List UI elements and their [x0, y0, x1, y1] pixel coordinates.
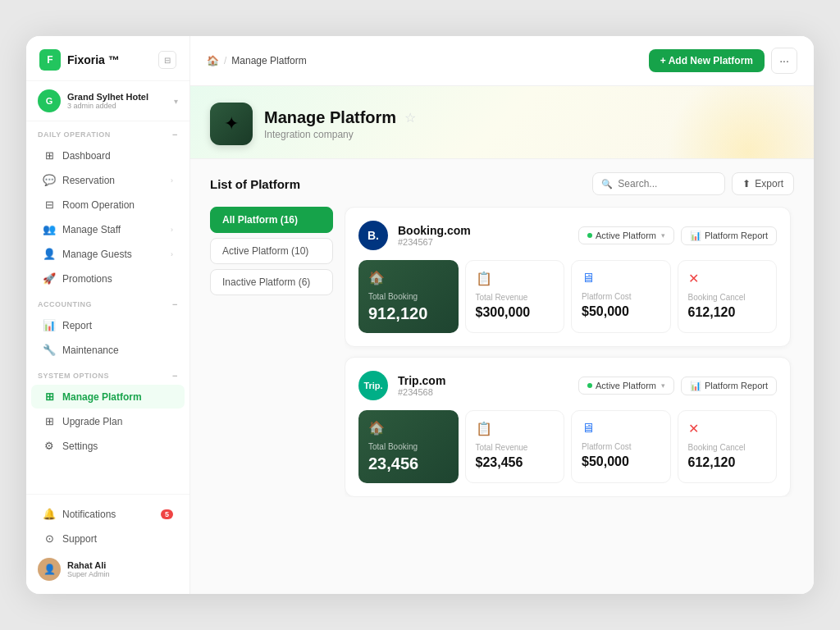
stats-grid: 🏠 Total Booking 23,456 📋 Total Revenue $… [358, 410, 777, 483]
notification-count: 5 [161, 509, 173, 519]
export-label: Export [755, 178, 783, 189]
sidebar-item-manage-guests[interactable]: 👤 Manage Guests › [31, 242, 185, 266]
stat-booking-cancel: ✕ Booking Cancel 612,120 [678, 260, 778, 333]
stat-total-booking-primary: 🏠 Total Booking 23,456 [358, 410, 459, 483]
sidebar-item-reservation[interactable]: 💬 Reservation › [31, 168, 185, 192]
report-label: Platform Report [705, 231, 768, 240]
stat-value: 912,120 [368, 304, 449, 323]
card-info: Booking.com #234567 [398, 224, 471, 247]
avatar: 👤 [38, 558, 61, 581]
platform-name: Booking.com [398, 224, 471, 237]
logo-icon: F [39, 49, 61, 71]
hotel-name: Grand Sylhet Hotel [67, 92, 167, 102]
chevron-right-icon: › [171, 250, 173, 258]
sidebar-bottom: 🔔 Notifications 5 ⊙ Support 👤 Rahat Ali … [26, 494, 189, 594]
platform-name: Trip.com [398, 374, 445, 387]
sidebar-item-manage-platform[interactable]: ⊞ Manage Platform [31, 385, 185, 409]
promotions-label: Promotions [62, 273, 173, 285]
search-input[interactable] [618, 178, 716, 189]
room-operation-label: Room Operation [62, 199, 173, 211]
card-header: B. Booking.com #234567 Active Platform ▾… [358, 221, 777, 250]
status-badge[interactable]: Active Platform ▾ [578, 377, 674, 395]
report-label: Platform Report [705, 381, 768, 390]
user-name: Rahat Ali [67, 560, 110, 570]
dashboard-icon: ⊞ [43, 149, 56, 162]
list-title: List of Platform [210, 177, 300, 191]
chevron-down-icon: ▾ [661, 231, 665, 240]
report-button[interactable]: 📊 Platform Report [681, 226, 777, 245]
add-platform-button[interactable]: + Add New Platform [649, 49, 765, 72]
maintenance-icon: 🔧 [43, 344, 56, 356]
stat-total-revenue: 📋 Total Revenue $300,000 [465, 260, 565, 333]
user-profile[interactable]: 👤 Rahat Ali Super Admin [26, 551, 189, 587]
trip-logo: Trip. [358, 371, 388, 400]
report-button[interactable]: 📊 Platform Report [681, 377, 777, 395]
sidebar-section-accounting: ACCOUNTING− [26, 291, 189, 313]
platform-star-icon[interactable]: ☆ [404, 110, 416, 126]
breadcrumb: 🏠 / Manage Platform [207, 55, 307, 66]
sidebar-item-settings[interactable]: ⚙ Settings [31, 434, 185, 458]
manage-guests-label: Manage Guests [62, 249, 164, 260]
support-label: Support [62, 533, 173, 545]
manage-staff-icon: 👥 [43, 223, 56, 235]
sidebar-item-report[interactable]: 📊 Report [31, 313, 185, 337]
report-icon: 📊 [43, 319, 56, 331]
sidebar-item-notifications[interactable]: 🔔 Notifications 5 [31, 502, 185, 526]
platform-subtitle: Integration company [264, 129, 416, 140]
maintenance-label: Maintenance [62, 345, 173, 356]
sidebar-item-dashboard[interactable]: ⊞ Dashboard [31, 144, 185, 167]
card-header: Trip. Trip.com #234568 Active Platform ▾… [358, 371, 777, 400]
stat-total-revenue: 📋 Total Revenue $23,456 [465, 410, 565, 483]
hotel-info: Grand Sylhet Hotel 3 admin added [67, 92, 167, 110]
support-icon: ⊙ [43, 532, 56, 545]
promotions-icon: 🚀 [43, 272, 56, 285]
stat-value: $300,000 [476, 305, 555, 320]
sidebar-item-maintenance[interactable]: 🔧 Maintenance [31, 338, 185, 362]
sidebar-item-room-operation[interactable]: ⊟ Room Operation [31, 193, 185, 217]
total-revenue-icon: 📋 [476, 271, 555, 286]
chart-icon: 📊 [690, 231, 701, 241]
sidebar-item-upgrade-plan[interactable]: ⊞ Upgrade Plan [31, 409, 185, 433]
sidebar-collapse-button[interactable]: ⊟ [158, 51, 176, 69]
user-role: Super Admin [67, 570, 110, 578]
reservation-label: Reservation [62, 175, 164, 186]
user-info: Rahat Ali Super Admin [67, 560, 110, 578]
home-icon[interactable]: 🏠 [207, 55, 219, 66]
manage-platform-icon: ⊞ [43, 390, 56, 403]
sidebar-nav: DAILY OPERATION− ⊞ Dashboard 💬 Reservati… [26, 121, 189, 459]
chevron-down-icon: ▾ [661, 381, 665, 390]
content-area: All Platform (16)Active Platform (10)Ina… [210, 207, 794, 497]
stat-label: Total Revenue [476, 443, 555, 452]
app-container: F Fixoria ™ ⊟ G Grand Sylhet Hotel 3 adm… [26, 36, 814, 594]
booking-logo: B. [358, 221, 388, 250]
sidebar-item-manage-staff[interactable]: 👥 Manage Staff › [31, 217, 185, 241]
sidebar-logo: F Fixoria ™ [39, 49, 120, 71]
sidebar: F Fixoria ™ ⊟ G Grand Sylhet Hotel 3 adm… [26, 36, 190, 594]
filter-all[interactable]: All Platform (16) [210, 207, 333, 233]
home-icon: 🏠 [368, 420, 449, 436]
filter-inactive[interactable]: Inactive Platform (6) [210, 269, 333, 295]
platform-card-booking: B. Booking.com #234567 Active Platform ▾… [345, 207, 791, 347]
platform-title: Manage Platform [264, 108, 396, 127]
more-icon: ··· [779, 54, 789, 67]
sidebar-item-promotions[interactable]: 🚀 Promotions [31, 267, 185, 290]
card-actions: Active Platform ▾ 📊 Platform Report [578, 377, 777, 395]
booking-cancel-icon: ✕ [688, 271, 767, 286]
manage-guests-icon: 👤 [43, 248, 56, 260]
more-options-button[interactable]: ··· [771, 48, 797, 74]
hero-section: ✦ Manage Platform ☆ Integration company [190, 86, 814, 159]
search-box: 🔍 [592, 172, 725, 195]
stat-value: $23,456 [476, 455, 555, 470]
export-button[interactable]: ⬆ Export [732, 172, 794, 195]
sidebar-item-support[interactable]: ⊙ Support [31, 527, 185, 550]
platform-icon: ✦ [224, 113, 239, 135]
filter-active[interactable]: Active Platform (10) [210, 238, 333, 264]
total-revenue-icon: 📋 [476, 421, 555, 436]
status-dot [587, 233, 592, 238]
stat-value: $50,000 [582, 304, 660, 319]
status-badge[interactable]: Active Platform ▾ [578, 226, 674, 244]
hotel-chevron-icon: ▾ [174, 97, 178, 106]
stat-value: $50,000 [582, 454, 660, 469]
hotel-selector[interactable]: G Grand Sylhet Hotel 3 admin added ▾ [26, 81, 189, 121]
reservation-icon: 💬 [43, 174, 56, 186]
